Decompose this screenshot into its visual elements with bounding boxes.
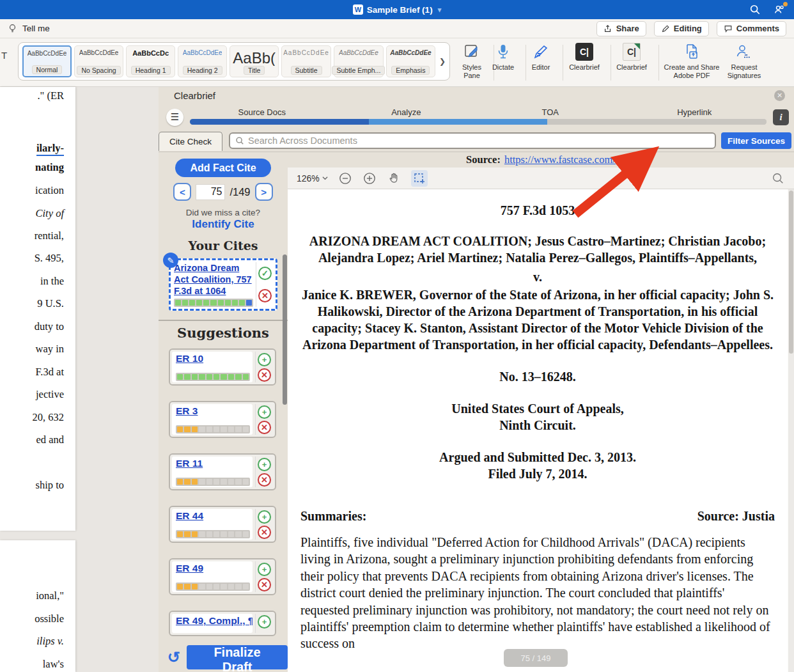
zoom-in-button[interactable] xyxy=(362,171,377,185)
tellme-control[interactable]: Tell me xyxy=(8,24,50,33)
progress-bar xyxy=(190,119,767,125)
cite-link[interactable]: Arizona Dream Act Coalition, 757 F.3d at… xyxy=(174,262,253,297)
doc-fragment: F.3d at xyxy=(35,366,64,379)
word-app-window: W Sample Brief (1) ▾ Tell me Share xyxy=(0,0,794,672)
clearbrief-button-dark[interactable]: C| Clearbrief xyxy=(566,42,603,72)
suggestion-card[interactable]: ER 10 + ✕ xyxy=(169,348,276,386)
add-plus-icon[interactable]: + xyxy=(258,615,271,629)
create-adobe-pdf-button[interactable]: Create and Share Adobe PDF xyxy=(662,42,721,79)
sidebar-scrollbar[interactable] xyxy=(283,254,287,405)
cite-card[interactable]: ✎ Arizona Dream Act Coalition, 757 F.3d … xyxy=(169,258,277,311)
add-plus-icon[interactable]: + xyxy=(258,353,271,366)
suggestion-card[interactable]: ER 49 + ✕ xyxy=(169,558,276,595)
style-subtitle[interactable]: AaBbCcDdEe Subtitle xyxy=(281,45,331,77)
add-plus-icon[interactable]: + xyxy=(258,510,271,524)
confidence-bar xyxy=(176,478,250,486)
info-icon[interactable]: i xyxy=(773,109,789,125)
progress-label-source-docs[interactable]: Source Docs xyxy=(190,107,334,119)
style-emphasis[interactable]: AaBbCcDdEe Emphasis xyxy=(386,45,435,77)
confidence-bar xyxy=(176,373,250,381)
workflow-progress: Source Docs Analyze TOA Hyperlink xyxy=(190,107,767,127)
dictate-button[interactable]: Dictate xyxy=(486,42,520,72)
request-signatures-button[interactable]: Request Signatures xyxy=(721,42,767,79)
viewer-search-icon[interactable] xyxy=(771,171,785,185)
style-no-spacing[interactable]: AaBbCcDdEe No Spacing xyxy=(74,45,123,77)
reject-x-icon[interactable]: ✕ xyxy=(258,368,271,382)
style-normal[interactable]: AaBbCcDdEe Normal xyxy=(22,45,72,77)
filter-sources-button[interactable]: Filter Sources xyxy=(721,132,791,149)
reject-x-icon[interactable]: ✕ xyxy=(258,578,271,591)
suggestion-link[interactable]: ER 11 xyxy=(176,458,250,469)
reject-x-icon[interactable]: ✕ xyxy=(258,421,271,434)
gallery-more-icon[interactable]: ❯ xyxy=(439,57,446,66)
cite-check-tab[interactable]: Cite Check xyxy=(159,132,222,151)
prev-page-button[interactable]: < xyxy=(173,183,191,201)
next-page-button[interactable]: > xyxy=(255,183,273,201)
undo-icon[interactable]: ↺ xyxy=(167,648,180,666)
comments-button[interactable]: Comments xyxy=(717,21,786,36)
share-button[interactable]: Share xyxy=(596,21,646,36)
source-url-link[interactable]: https://www.fastcase.com/ xyxy=(504,153,616,166)
add-fact-cite-button[interactable]: Add Fact Cite xyxy=(175,159,271,177)
suggestion-link[interactable]: ER 49 xyxy=(176,563,250,574)
pencil-icon xyxy=(661,24,670,33)
zoom-out-button[interactable] xyxy=(338,171,352,185)
close-icon[interactable]: ✕ xyxy=(774,90,785,101)
marquee-select-tool[interactable] xyxy=(411,170,428,187)
suggestion-link[interactable]: ER 3 xyxy=(176,405,250,417)
styles-pane-button[interactable]: Styles Pane xyxy=(455,42,488,79)
case-document-page[interactable]: 757 F.3d 1053 ARIZONA DREAM ACT COALITIO… xyxy=(288,189,788,672)
suggestion-card[interactable]: ER 49, Compl., ¶ + xyxy=(169,611,276,636)
style-title[interactable]: AaBb( Title xyxy=(230,45,279,77)
finalize-draft-button[interactable]: Finalize Draft xyxy=(187,645,288,669)
progress-label-toa[interactable]: TOA xyxy=(478,107,623,119)
style-subtle-emphasis[interactable]: AaBbCcDdEe Subtle Emph... xyxy=(334,45,384,77)
menu-icon[interactable]: ☰ xyxy=(166,109,183,126)
adobe-pdf-icon xyxy=(683,42,700,61)
editor-button[interactable]: Editor xyxy=(527,42,555,72)
lightbulb-icon xyxy=(8,24,17,33)
search-across-documents-input[interactable] xyxy=(248,136,710,146)
document-title[interactable]: W Sample Brief (1) ▾ xyxy=(353,4,441,15)
reject-x-icon[interactable]: ✕ xyxy=(258,473,271,487)
progress-label-hyperlink[interactable]: Hyperlink xyxy=(623,107,767,119)
ribbon-separator xyxy=(525,45,526,81)
app-body: ." (ER ilarly- nating ication City of re… xyxy=(0,87,794,672)
add-plus-icon[interactable]: + xyxy=(258,563,271,576)
zoom-level-dropdown[interactable]: 126% xyxy=(297,173,328,184)
style-heading-2[interactable]: AaBbCcDdEe Heading 2 xyxy=(178,45,227,77)
suggestion-card[interactable]: ER 11 + ✕ xyxy=(169,453,276,490)
chevron-down-icon xyxy=(322,176,328,180)
accept-check-icon[interactable]: ✓ xyxy=(258,267,272,280)
source-url-row: Source: https://www.fastcase.com/ xyxy=(288,152,794,168)
editing-mode-button[interactable]: Editing xyxy=(654,21,709,36)
chevron-down-icon[interactable]: ▾ xyxy=(438,6,442,14)
suggestion-card[interactable]: ER 44 + ✕ xyxy=(169,506,276,543)
microphone-icon xyxy=(495,42,511,61)
editor-pen-icon xyxy=(533,42,549,61)
page-navigator: < /149 > xyxy=(159,183,288,201)
suggestion-link[interactable]: ER 44 xyxy=(176,510,250,522)
suggestion-link[interactable]: ER 49, Compl., ¶ xyxy=(176,615,250,627)
style-heading-1[interactable]: AaBbCcDc Heading 1 xyxy=(126,45,175,77)
doc-fragment: City of xyxy=(36,207,64,220)
edit-pencil-icon[interactable]: ✎ xyxy=(163,253,178,268)
add-plus-icon[interactable]: + xyxy=(258,458,271,471)
viewer-scrollbar[interactable] xyxy=(788,189,794,672)
reject-x-icon[interactable]: ✕ xyxy=(258,289,272,302)
suggestion-card[interactable]: ER 3 + ✕ xyxy=(169,401,276,438)
identify-cite-link[interactable]: Identify Cite xyxy=(159,218,288,231)
suggestion-link[interactable]: ER 10 xyxy=(176,353,250,364)
clearbrief-button-light[interactable]: C| Clearbrief xyxy=(612,42,651,72)
contacts-icon[interactable] xyxy=(774,4,785,15)
styles-pane-icon xyxy=(463,42,480,61)
reject-x-icon[interactable]: ✕ xyxy=(258,526,271,539)
search-documents-box[interactable] xyxy=(229,132,716,149)
search-icon[interactable] xyxy=(749,4,761,15)
hand-pan-tool[interactable] xyxy=(387,171,401,185)
ribbon: T AaBbCcDdEe Normal AaBbCcDdEe No Spacin… xyxy=(0,38,794,87)
page-number-input[interactable] xyxy=(196,184,225,200)
ribbon-separator xyxy=(611,45,611,81)
add-plus-icon[interactable]: + xyxy=(258,405,271,419)
progress-label-analyze[interactable]: Analyze xyxy=(334,107,479,119)
